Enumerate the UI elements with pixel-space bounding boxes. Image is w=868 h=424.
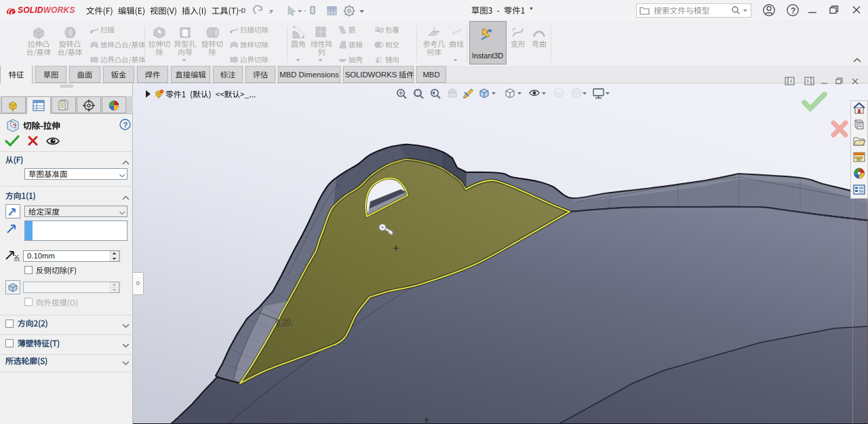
svg-text:?: ? [123,121,127,129]
svg-text:?: ? [791,6,795,16]
svg-text:D1: D1 [14,257,20,262]
svg-text:a: a [377,28,380,33]
